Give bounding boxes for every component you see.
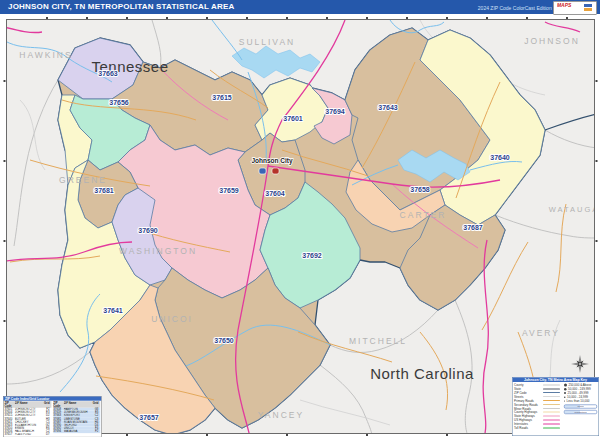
zip-index-panel: ZIP Code Index/Grid Locator ZIP CodeZIP …: [3, 396, 101, 433]
zip-label: 37604: [265, 190, 285, 197]
zip-label: 37687: [463, 224, 483, 231]
zip-index-right-column: ZIP CodeZIP NameGrid37658HAMPTONG337659J…: [53, 401, 100, 436]
zip-label: 37601: [283, 115, 303, 122]
map-key-city-row: Less than 10,000: [564, 399, 597, 403]
zip-label: 37694: [325, 108, 345, 115]
zip-index-row: 37694WATAUGAF2: [53, 430, 100, 433]
zip-label: 37690: [138, 227, 158, 234]
county-label: SULLIVAN: [239, 37, 295, 47]
city-label-johnson-city: Johnson City: [251, 157, 293, 165]
logo-mark-icon: [584, 8, 592, 11]
publisher-logo: MAPS: [553, 1, 597, 15]
zip-index-row: 37657FLAG PONDD7: [4, 433, 51, 436]
county-label: YANCEY: [258, 410, 304, 420]
county-label: UNICOI: [151, 314, 193, 324]
zip-label: 37650: [214, 337, 234, 344]
zip-label: 37656: [109, 99, 129, 106]
county-label: CARTER: [400, 210, 447, 220]
zip-label: 37615: [212, 94, 232, 101]
map-key-panel: Johnson City, TN Metro Area Map Key Coun…: [512, 377, 598, 435]
map-key-title: Johnson City, TN Metro Area Map Key: [513, 378, 599, 383]
map-key-city-items: 250,000 & Above50,000 - 249,99925,000 - …: [562, 383, 597, 430]
zip-label: 37640: [490, 154, 510, 161]
zip-label: 37681: [94, 187, 114, 194]
map-page: { "title_bar": { "title": "JOHNSON CITY,…: [0, 0, 600, 437]
zip-label: 37663: [98, 70, 118, 77]
county-label: GREENE: [59, 175, 107, 185]
zip-label: 37692: [302, 252, 322, 259]
county-label: HAWKINS: [19, 50, 72, 60]
map-key-row: Toll Roads: [514, 426, 562, 430]
county-label: MITCHELL: [349, 336, 407, 346]
scale-bar-kilometers: Kilometers: [564, 410, 597, 414]
zip-label: 37659: [219, 187, 239, 194]
zip-label: 37641: [103, 307, 123, 314]
publisher-logo-text: MAPS: [557, 3, 571, 9]
zip-label: 37658: [410, 186, 430, 193]
state-label-north-carolina: North Carolina: [370, 365, 474, 382]
title-bar: JOHNSON CITY, TN METROPOLITAN STATISTICA…: [0, 0, 600, 14]
logo-mark-icon: [584, 4, 592, 7]
county-label: JOHNSON: [524, 36, 580, 46]
zip-index-left-column: ZIP CodeZIP NameGrid37601JOHNSON CITYF23…: [4, 401, 51, 436]
zip-label: 37657: [139, 414, 159, 421]
county-label: WATAUGA: [549, 205, 600, 214]
page-title: JOHNSON CITY, TN METROPOLITAN STATISTICA…: [8, 2, 235, 11]
edition-label: 2024 ZIP Code ColorCast Edition: [478, 5, 552, 11]
map-key-line-items: CountyStateZIP CodeStreetsPrimary RoadsS…: [514, 383, 562, 430]
county-label: AVERY: [522, 328, 560, 338]
zip-label: 37643: [378, 104, 398, 111]
county-label: WASHINGTON: [119, 246, 197, 256]
map-canvas: Tennessee North Carolina HAWKINS SULLIVA…: [0, 0, 600, 437]
scale-bar-miles: Miles: [564, 405, 597, 409]
